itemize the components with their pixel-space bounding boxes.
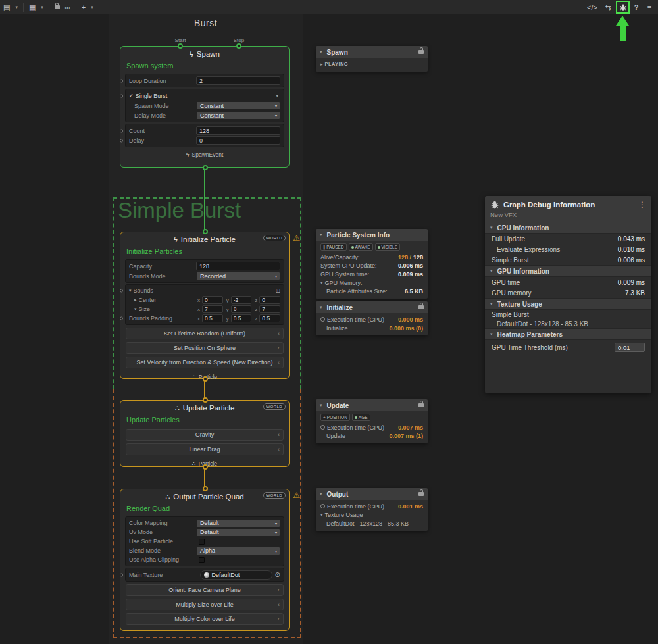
caret-down-icon[interactable]: ▾ xyxy=(320,512,323,518)
debug-bug-icon[interactable] xyxy=(619,3,627,11)
gpu-threshold-input[interactable] xyxy=(615,343,645,352)
world-badge[interactable]: WORLD xyxy=(263,235,286,241)
cpu-information-section[interactable]: ▾ CPU Information xyxy=(485,222,651,234)
chevron-left-icon[interactable]: ‹ xyxy=(278,601,280,608)
template-icon[interactable]: ▦ xyxy=(29,0,36,14)
gpu-information-section[interactable]: ▾ GPU Information xyxy=(485,265,651,277)
block-set-position[interactable]: Set Position On Sphere ‹ xyxy=(126,342,284,354)
lock-icon[interactable] xyxy=(418,50,424,54)
delay-port[interactable] xyxy=(120,139,123,142)
spawn-debug-header[interactable]: ▾ Spawn xyxy=(316,46,428,58)
size-y-input[interactable] xyxy=(231,305,252,313)
update-node[interactable]: ∴ Update Particle WORLD Update Particles… xyxy=(120,400,290,467)
caret-right-icon[interactable]: ▸ xyxy=(320,62,323,67)
chevron-left-icon[interactable]: ‹ xyxy=(278,359,280,366)
color-mapping-dropdown[interactable]: Default ▾ xyxy=(196,519,280,528)
loop-duration-input[interactable] xyxy=(196,76,280,85)
caret-down-icon[interactable]: ▾ xyxy=(490,225,493,230)
size-x-input[interactable] xyxy=(202,305,223,313)
capacity-input[interactable] xyxy=(196,262,280,270)
check-icon[interactable]: ✓ xyxy=(129,93,134,99)
loop-duration-port[interactable] xyxy=(120,79,123,82)
caret-down-icon[interactable]: ▾ xyxy=(320,491,322,497)
spawn-event-port[interactable] xyxy=(203,165,208,170)
edge-spawn-to-initialize[interactable] xyxy=(204,168,205,232)
count-input[interactable] xyxy=(196,126,280,135)
caret-down-icon[interactable]: ▾ xyxy=(320,49,322,55)
update-node-header[interactable]: ∴ Update Particle WORLD xyxy=(120,401,289,415)
block-set-velocity[interactable]: Set Velocity from Direction & Speed (New… xyxy=(126,357,284,368)
padding-x-input[interactable] xyxy=(202,314,223,322)
spawn-mode-dropdown[interactable]: Constant ▾ xyxy=(196,101,280,110)
chevron-left-icon[interactable]: ‹ xyxy=(278,345,280,351)
texture-usage-section[interactable]: ▾ Texture Usage xyxy=(485,298,651,310)
chevron-left-icon[interactable]: ‹ xyxy=(278,616,280,622)
save-icon[interactable]: ▤ xyxy=(3,0,10,14)
caret-down-icon[interactable]: ▾ xyxy=(320,403,322,408)
caret-down-icon[interactable]: ▾ xyxy=(490,268,493,274)
count-port[interactable] xyxy=(120,129,123,132)
spawn-node-header[interactable]: ϟ Spawn xyxy=(120,47,289,61)
chevron-down-icon[interactable]: ▾ xyxy=(15,5,18,10)
bounds-padding-port[interactable] xyxy=(120,317,123,320)
size-z-input[interactable] xyxy=(259,305,280,313)
center-z-input[interactable] xyxy=(259,296,280,304)
block-multiply-color[interactable]: Multiply Color over Life ‹ xyxy=(126,613,284,625)
warning-icon[interactable]: ⚠ xyxy=(293,234,300,243)
lock-icon[interactable] xyxy=(418,492,424,496)
caret-down-icon[interactable]: ▾ xyxy=(320,232,322,237)
world-badge[interactable]: WORLD xyxy=(263,492,286,499)
bounds-mode-dropdown[interactable]: Recorded ▾ xyxy=(196,272,280,280)
chevron-down-icon[interactable]: ▾ xyxy=(91,5,93,10)
chevron-left-icon[interactable]: ‹ xyxy=(278,432,280,438)
heatmap-parameters-section[interactable]: ▾ Heatmap Parameters xyxy=(485,328,651,340)
lock-icon[interactable] xyxy=(55,5,60,9)
initialize-debug-header[interactable]: ▾ Initialize xyxy=(316,301,428,313)
single-burst-row[interactable]: ✓ Single Burst ▾ xyxy=(129,91,280,101)
link-icon[interactable]: ∞ xyxy=(65,0,70,14)
chevron-left-icon[interactable]: ‹ xyxy=(278,330,280,337)
block-gravity[interactable]: Gravity ‹ xyxy=(126,429,284,441)
kebab-menu-icon[interactable]: ⋮ xyxy=(638,200,646,209)
block-orient[interactable]: Orient: Face Camera Plane ‹ xyxy=(126,584,284,596)
center-y-input[interactable] xyxy=(231,296,252,304)
initialize-node-header[interactable]: ϟ Initialize Particle WORLD xyxy=(120,232,289,247)
use-alpha-clipping-checkbox[interactable] xyxy=(199,557,205,563)
caret-down-icon[interactable]: ▾ xyxy=(490,332,493,337)
update-output-port[interactable] xyxy=(203,464,208,470)
caret-down-icon[interactable]: ▾ xyxy=(134,307,137,312)
block-linear-drag[interactable]: Linear Drag ‹ xyxy=(126,443,284,455)
chevron-down-icon[interactable]: ▾ xyxy=(41,5,43,10)
delay-input[interactable] xyxy=(196,136,280,145)
output-node-header[interactable]: ∴ Output Particle Quad WORLD xyxy=(120,489,289,504)
padding-z-input[interactable] xyxy=(259,314,280,322)
output-node[interactable]: ⚠ ∴ Output Particle Quad WORLD Render Qu… xyxy=(120,489,290,631)
caret-down-icon[interactable]: ▾ xyxy=(490,301,493,307)
spawn-node[interactable]: Start Stop ϟ Spawn Spawn system Loop Dur… xyxy=(120,46,290,168)
particle-system-info-header[interactable]: ▾ Particle System Info xyxy=(316,229,428,241)
initialize-node[interactable]: ⚠ ϟ Initialize Particle WORLD Initialize… xyxy=(120,232,290,379)
center-x-input[interactable] xyxy=(202,296,223,304)
caret-right-icon[interactable]: ▸ xyxy=(134,297,137,303)
padding-y-input[interactable] xyxy=(231,314,252,322)
output-debug-header[interactable]: ▾ Output xyxy=(316,488,428,500)
chevron-left-icon[interactable]: ‹ xyxy=(278,587,280,593)
system-group-label[interactable]: Simple Burst xyxy=(118,198,241,223)
caret-down-icon[interactable]: ▾ xyxy=(129,288,132,293)
delay-mode-dropdown[interactable]: Constant ▾ xyxy=(196,111,280,120)
add-icon[interactable]: + xyxy=(82,0,86,14)
use-soft-particle-checkbox[interactable] xyxy=(199,539,205,545)
single-burst-port[interactable] xyxy=(120,94,123,97)
code-view-icon[interactable]: </> xyxy=(585,0,599,14)
warning-icon[interactable]: ⚠ xyxy=(293,491,300,500)
chevron-down-icon[interactable]: ▾ xyxy=(276,93,278,99)
main-texture-port[interactable] xyxy=(120,573,123,576)
block-set-lifetime[interactable]: Set Lifetime Random (Uniform) ‹ xyxy=(126,328,284,339)
initialize-output-port[interactable] xyxy=(203,376,208,382)
bounds-tool-icon[interactable]: ⊞ xyxy=(275,287,280,294)
blend-mode-dropdown[interactable]: Alpha ▾ xyxy=(196,547,280,555)
block-multiply-size[interactable]: Multiply Size over Life ‹ xyxy=(126,599,284,610)
main-texture-field[interactable]: DefaultDot xyxy=(200,570,272,580)
compile-toggle-icon[interactable]: ⇆ xyxy=(602,0,614,14)
chevron-left-icon[interactable]: ‹ xyxy=(278,446,280,453)
